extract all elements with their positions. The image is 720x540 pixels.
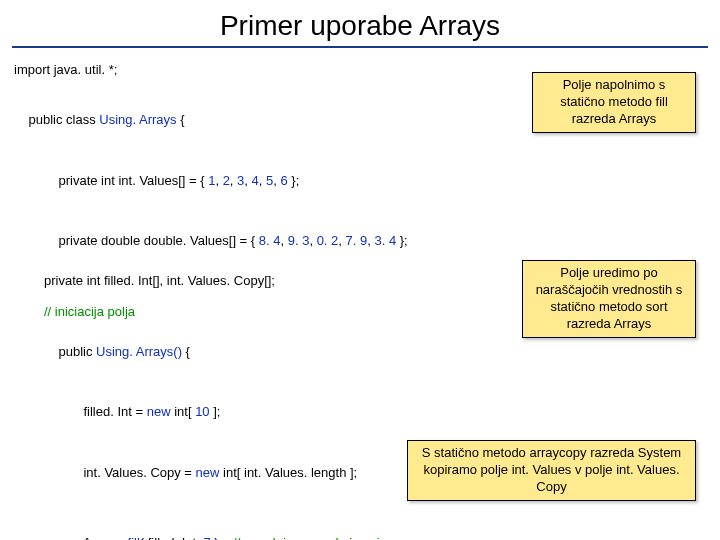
code-line: Arrays. fill( filled. Int, 7 ); // napol… <box>14 513 706 540</box>
code-line: filled. Int = new int[ 10 ]; <box>14 382 706 442</box>
page-title: Primer uporabe Arrays <box>12 0 708 48</box>
code-comment: // iniciacija polja <box>14 302 706 322</box>
code-line: private double double. Values[] = { 8. 4… <box>14 211 706 271</box>
code-block: import java. util. *; public class Using… <box>0 48 720 540</box>
code-line: public Using. Arrays() { <box>14 322 706 382</box>
code-line: int. Values. Copy = new int[ int. Values… <box>14 443 706 503</box>
code-line: import java. util. *; <box>14 60 706 80</box>
code-line: public class Using. Arrays { <box>14 90 706 150</box>
code-line: private int filled. Int[], int. Values. … <box>14 271 706 291</box>
code-line: private int int. Values[] = { 1, 2, 3, 4… <box>14 151 706 211</box>
